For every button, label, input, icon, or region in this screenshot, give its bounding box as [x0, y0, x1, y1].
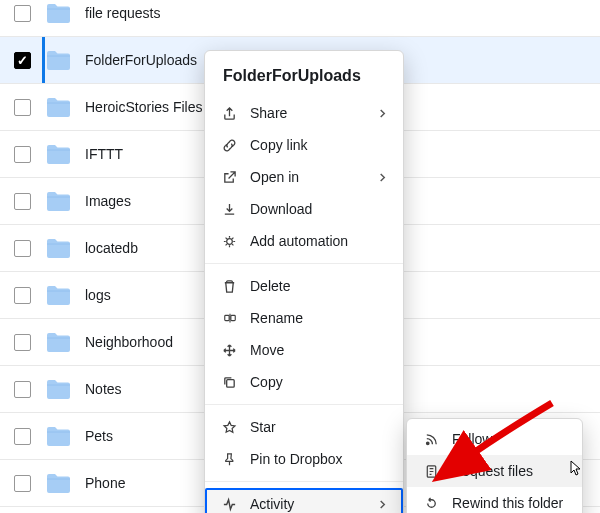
follow-icon	[423, 431, 440, 448]
menu-item-star[interactable]: Star	[205, 411, 403, 443]
menu-item-link[interactable]: Copy link	[205, 129, 403, 161]
submenu-item-label: Follow	[452, 431, 566, 447]
menu-item-label: Pin to Dropbox	[250, 451, 387, 467]
download-icon	[221, 201, 238, 218]
checkbox[interactable]	[14, 475, 31, 492]
delete-icon	[221, 278, 238, 295]
chevron-right-icon	[378, 105, 387, 121]
folder-icon	[45, 425, 71, 447]
checkbox[interactable]	[14, 146, 31, 163]
pin-icon	[221, 451, 238, 468]
folder-icon	[45, 284, 71, 306]
menu-item-automation[interactable]: Add automation	[205, 225, 403, 257]
chevron-right-icon	[378, 169, 387, 185]
checkbox[interactable]	[14, 52, 31, 69]
checkbox[interactable]	[14, 5, 31, 22]
move-icon	[221, 342, 238, 359]
menu-item-rename[interactable]: Rename	[205, 302, 403, 334]
menu-item-delete[interactable]: Delete	[205, 270, 403, 302]
request-icon	[423, 463, 440, 480]
submenu-item-label: Request files	[452, 463, 566, 479]
checkbox[interactable]	[14, 240, 31, 257]
folder-icon	[45, 237, 71, 259]
rename-icon	[221, 310, 238, 327]
folder-icon	[45, 49, 71, 71]
svg-rect-3	[227, 379, 235, 387]
folder-icon	[45, 96, 71, 118]
link-icon	[221, 137, 238, 154]
menu-item-label: Copy	[250, 374, 387, 390]
checkbox[interactable]	[14, 428, 31, 445]
menu-item-download[interactable]: Download	[205, 193, 403, 225]
context-menu-title: FolderForUploads	[205, 57, 403, 97]
open-icon	[221, 169, 238, 186]
menu-separator	[205, 481, 403, 482]
menu-separator	[205, 263, 403, 264]
menu-item-label: Download	[250, 201, 387, 217]
copy-icon	[221, 374, 238, 391]
menu-item-label: Open in	[250, 169, 366, 185]
svg-rect-2	[230, 315, 234, 320]
menu-item-label: Rename	[250, 310, 387, 326]
menu-item-label: Copy link	[250, 137, 387, 153]
activity-submenu: FollowRequest filesRewind this folder	[406, 418, 583, 513]
checkbox[interactable]	[14, 287, 31, 304]
submenu-item-request[interactable]: Request files	[407, 455, 582, 487]
activity-icon	[221, 496, 238, 513]
folder-name: file requests	[85, 5, 600, 21]
chevron-right-icon	[378, 496, 387, 512]
checkbox[interactable]	[14, 99, 31, 116]
menu-item-label: Add automation	[250, 233, 387, 249]
menu-separator	[205, 404, 403, 405]
star-icon	[221, 419, 238, 436]
folder-row[interactable]: file requests	[0, 0, 600, 37]
context-menu: FolderForUploadsShareCopy linkOpen inDow…	[204, 50, 404, 513]
folder-icon	[45, 143, 71, 165]
checkbox[interactable]	[14, 193, 31, 210]
menu-item-move[interactable]: Move	[205, 334, 403, 366]
menu-item-pin[interactable]: Pin to Dropbox	[205, 443, 403, 475]
menu-item-label: Star	[250, 419, 387, 435]
rewind-icon	[423, 495, 440, 512]
menu-item-activity[interactable]: Activity	[205, 488, 403, 513]
menu-item-label: Activity	[250, 496, 366, 512]
submenu-item-follow[interactable]: Follow	[407, 423, 582, 455]
folder-icon	[45, 331, 71, 353]
folder-icon	[45, 378, 71, 400]
menu-item-share[interactable]: Share	[205, 97, 403, 129]
menu-item-label: Delete	[250, 278, 387, 294]
folder-icon	[45, 472, 71, 494]
menu-item-label: Share	[250, 105, 366, 121]
checkbox[interactable]	[14, 334, 31, 351]
svg-point-0	[227, 238, 233, 244]
submenu-item-label: Rewind this folder	[452, 495, 566, 511]
svg-rect-1	[224, 315, 228, 320]
menu-item-open[interactable]: Open in	[205, 161, 403, 193]
share-icon	[221, 105, 238, 122]
automation-icon	[221, 233, 238, 250]
checkbox[interactable]	[14, 381, 31, 398]
menu-item-label: Move	[250, 342, 387, 358]
folder-icon	[45, 2, 71, 24]
mouse-cursor-icon	[566, 460, 582, 480]
menu-item-copy[interactable]: Copy	[205, 366, 403, 398]
submenu-item-rewind[interactable]: Rewind this folder	[407, 487, 582, 513]
svg-point-4	[427, 442, 429, 444]
folder-icon	[45, 190, 71, 212]
